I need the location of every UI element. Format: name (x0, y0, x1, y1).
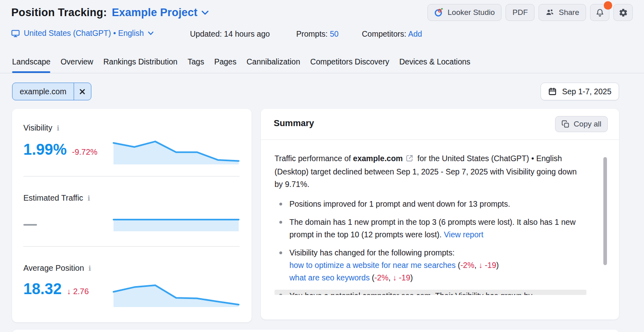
list-item: Positions improved for 1 prompt and went… (275, 198, 586, 210)
tab-overview[interactable]: Overview (60, 57, 93, 73)
info-icon[interactable]: i (89, 264, 91, 272)
summary-domain: example.com (353, 154, 403, 163)
prompts-count-link[interactable]: 50 (330, 29, 339, 38)
close-icon (79, 88, 86, 95)
tab-rankings-distribution[interactable]: Rankings Distribution (103, 57, 178, 73)
chevron-down-icon (148, 31, 154, 35)
target-selector[interactable]: United States (ChatGPT) • English (11, 29, 154, 38)
bullet-dot (279, 203, 282, 205)
copy-all-button[interactable]: Copy all (555, 116, 608, 132)
domain-filter-chip[interactable]: example.com (12, 83, 91, 100)
add-competitors-link[interactable]: Add (408, 29, 422, 38)
project-selector[interactable]: Example Project (112, 6, 209, 19)
pdf-button[interactable]: PDF (506, 4, 535, 21)
estimated-traffic-label: Estimated Traffic i (23, 193, 90, 203)
date-range-picker[interactable]: Sep 1-7, 2025 (541, 83, 619, 100)
list-item: Visibility has changed for the following… (275, 247, 586, 284)
tab-tags[interactable]: Tags (188, 57, 204, 73)
copy-icon (561, 120, 570, 128)
project-meta-row: United States (ChatGPT) • English Update… (0, 29, 644, 40)
tab-devices-locations[interactable]: Devices & Locations (399, 57, 471, 73)
summary-bullets: Positions improved for 1 prompt and went… (275, 198, 586, 295)
visibility-value: 1.99% -9.72% (23, 141, 97, 158)
position-tracking-page: Position Tracking: Example Project Looke… (0, 0, 644, 332)
list-item: The domain has 1 new prompt in the top 3… (275, 216, 586, 241)
average-position-delta: ↓ 2.76 (67, 287, 89, 296)
estimated-traffic-no-value (23, 224, 37, 226)
tab-landscape[interactable]: Landscape (12, 57, 50, 73)
remove-filter-button[interactable] (74, 83, 91, 100)
project-name: Example Project (112, 6, 198, 19)
tab-cannibalization[interactable]: Cannibalization (246, 57, 300, 73)
prompt-link[interactable]: what are seo keywords (289, 273, 369, 282)
share-button[interactable]: Share (539, 4, 586, 21)
divider (23, 246, 239, 247)
calendar-icon (548, 87, 557, 96)
info-icon[interactable]: i (57, 123, 59, 132)
domain-filter-label: example.com (12, 83, 74, 100)
notifications-button[interactable] (590, 4, 609, 21)
tab-competitors-discovery[interactable]: Competitors Discovery (310, 57, 389, 73)
date-range-label: Sep 1-7, 2025 (562, 87, 611, 96)
summary-card: Summary Copy all Traffic performance of … (261, 109, 619, 320)
divider (23, 176, 239, 176)
list-item-clipped: You have a potential competitor seo.com.… (275, 290, 586, 295)
prompts-count: Prompts: 50 (296, 29, 339, 39)
looker-studio-button[interactable]: Looker Studio (427, 4, 502, 21)
average-position-sparkline (113, 281, 239, 307)
prompt-link[interactable]: how to optimize a website for near me se… (289, 261, 456, 270)
bullet-dot (279, 251, 282, 254)
view-report-link[interactable]: View report (444, 230, 483, 239)
page-title: Position Tracking: (11, 6, 107, 19)
header: Position Tracking: Example Project (11, 6, 209, 19)
gear-icon (619, 8, 628, 17)
info-icon[interactable]: i (88, 193, 90, 202)
chevron-down-icon (201, 10, 209, 15)
tab-pages[interactable]: Pages (214, 57, 236, 73)
competitors-meta: Competitors: Add (362, 29, 422, 39)
visibility-sparkline (113, 137, 239, 164)
summary-intro: Traffic performance of example.com for t… (275, 152, 586, 191)
prompt-change-row: what are seo keywords (-2%, ↓ -19) (289, 272, 586, 284)
bullet-dot (279, 294, 282, 295)
summary-title: Summary (274, 118, 314, 129)
prompt-pct-change: -2% (460, 261, 475, 270)
average-position-label: Average Position i (23, 264, 91, 273)
external-link-icon[interactable] (406, 154, 413, 162)
summary-header: Summary Copy all (261, 109, 619, 140)
notification-dot (604, 1, 612, 10)
bell-icon (595, 8, 605, 17)
prompt-pct-change: -2% (374, 273, 388, 282)
bullet-dot (279, 221, 282, 224)
visibility-delta: -9.72% (72, 147, 97, 157)
prompt-change-row: how to optimize a website for near me se… (289, 259, 586, 272)
report-tabs: Landscape Overview Rankings Distribution… (0, 57, 644, 73)
updated-status: Updated: 14 hours ago (190, 29, 270, 39)
monitor-icon (11, 29, 20, 37)
next-card-top-edge (12, 330, 619, 332)
summary-body: Traffic performance of example.com for t… (275, 152, 586, 295)
settings-button[interactable] (613, 4, 633, 21)
looker-studio-icon (434, 8, 443, 17)
visibility-label: Visibility i (23, 123, 59, 133)
prompt-position-change: ↓ -19 (393, 273, 410, 282)
average-position-value: 18.32 ↓ 2.76 (23, 280, 89, 298)
estimated-traffic-sparkline (113, 212, 239, 231)
share-people-icon (545, 8, 554, 17)
target-label: United States (ChatGPT) • English (24, 29, 144, 38)
metrics-card: Visibility i 1.99% -9.72% Estimated Traf… (12, 109, 252, 322)
visibility-changed-intro: Visibility has changed for the following… (289, 247, 586, 259)
summary-scrollbar-thumb[interactable] (603, 157, 607, 265)
prompt-position-change: ↓ -19 (479, 261, 496, 270)
header-actions: Looker Studio PDF Share (427, 4, 633, 21)
